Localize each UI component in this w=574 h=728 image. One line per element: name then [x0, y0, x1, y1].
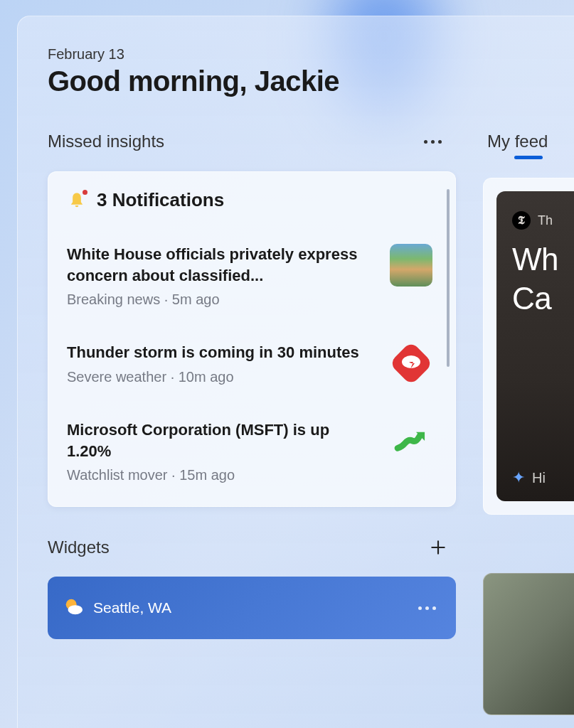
- bell-icon: [67, 191, 87, 210]
- feed-footer-text: Hi: [532, 470, 546, 486]
- feed-article-card[interactable]: 𝕿 Th Wh Ca ✦ Hi: [496, 191, 574, 501]
- weather-sun-icon: [63, 596, 83, 619]
- nyt-icon: 𝕿: [512, 211, 531, 230]
- notification-meta: Severe weather · 10m ago: [67, 369, 377, 385]
- insights-section-title: Missed insights: [48, 132, 164, 151]
- scrollbar[interactable]: [447, 189, 450, 367]
- notifications-title: 3 Notifications: [97, 189, 224, 211]
- storm-alert-icon: [390, 342, 432, 385]
- header-date: February 13: [48, 46, 574, 63]
- weather-more-button[interactable]: [414, 602, 440, 614]
- feed-tab-indicator: [514, 156, 543, 159]
- notification-headline: White House officials privately express …: [67, 244, 377, 286]
- feed-source-label: Th: [538, 213, 553, 228]
- feed-card-container: 𝕿 Th Wh Ca ✦ Hi: [483, 178, 574, 515]
- feed-tab[interactable]: My feed: [483, 132, 574, 151]
- sparkle-icon: ✦: [512, 469, 525, 487]
- feed-headline: Wh Ca: [512, 240, 574, 318]
- notification-headline: Microsoft Corporation (MSFT) is up 1.20%: [67, 419, 377, 461]
- weather-widget-card[interactable]: Seattle, WA: [48, 577, 456, 639]
- weather-location: Seattle, WA: [93, 599, 171, 616]
- feed-image-card[interactable]: [483, 573, 574, 715]
- header-greeting: Good morning, Jackie: [48, 65, 574, 97]
- notification-meta: Watchlist mover · 15m ago: [67, 467, 377, 483]
- notification-item[interactable]: Thunder storm is coming in 30 minutes Se…: [67, 329, 432, 398]
- add-widget-button[interactable]: [426, 535, 450, 560]
- notifications-card: 3 Notifications White House officials pr…: [48, 171, 456, 507]
- widgets-section-title: Widgets: [48, 537, 110, 557]
- notification-headline: Thunder storm is coming in 30 minutes: [67, 342, 377, 363]
- svg-point-3: [68, 606, 83, 615]
- insights-more-button[interactable]: [415, 134, 450, 149]
- widgets-panel: February 13 Good morning, Jackie Missed …: [17, 16, 574, 728]
- notification-thumbnail: [390, 244, 432, 287]
- notification-item[interactable]: White House officials privately express …: [67, 231, 432, 321]
- notification-item[interactable]: Microsoft Corporation (MSFT) is up 1.20%…: [67, 407, 432, 496]
- notification-meta: Breaking news · 5m ago: [67, 291, 377, 308]
- stock-up-icon: [390, 419, 432, 462]
